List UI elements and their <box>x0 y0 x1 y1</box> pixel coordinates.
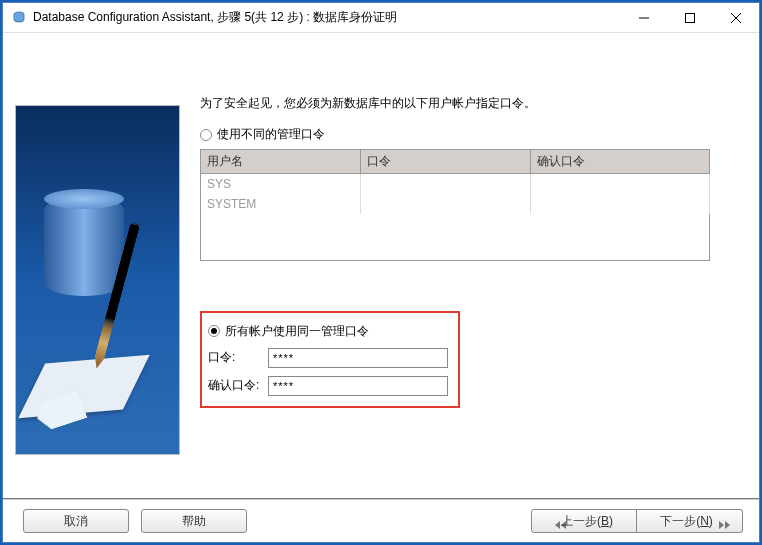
button-label: 帮助 <box>182 513 206 530</box>
help-button[interactable]: 帮助 <box>141 509 247 533</box>
cell-confirm[interactable] <box>531 174 710 195</box>
app-window: Database Configuration Assistant, 步骤 5(共… <box>2 2 760 543</box>
confirm-password-label: 确认口令: <box>208 377 268 394</box>
database-icon <box>44 196 124 296</box>
col-header-user: 用户名 <box>201 150 361 174</box>
password-row: 口令: <box>208 348 448 368</box>
table-row: SYSTEM <box>201 194 710 214</box>
button-label: 下一步(N) <box>660 513 713 530</box>
password-label: 口令: <box>208 349 268 366</box>
minimize-button[interactable] <box>621 3 667 33</box>
button-label: 上一步(B) <box>561 513 613 530</box>
window-title: Database Configuration Assistant, 步骤 5(共… <box>33 9 621 26</box>
table-row: SYS <box>201 174 710 195</box>
confirm-password-row: 确认口令: <box>208 376 448 396</box>
cell-confirm[interactable] <box>531 194 710 214</box>
radio-icon <box>208 325 220 337</box>
wizard-sidebar-image <box>15 105 180 455</box>
cell-password[interactable] <box>361 194 531 214</box>
radio-different-passwords[interactable]: 使用不同的管理口令 <box>200 126 735 143</box>
col-header-confirm: 确认口令 <box>531 150 710 174</box>
app-icon <box>11 10 27 26</box>
cell-password[interactable] <box>361 174 531 195</box>
svg-rect-2 <box>686 13 695 22</box>
radio-icon <box>200 129 212 141</box>
col-header-password: 口令 <box>361 150 531 174</box>
close-button[interactable] <box>713 3 759 33</box>
table-row-empty <box>201 214 710 260</box>
same-password-group: 所有帐户使用同一管理口令 口令: 确认口令: <box>200 311 460 408</box>
radio-same-password[interactable]: 所有帐户使用同一管理口令 <box>208 323 448 340</box>
users-password-table: 用户名 口令 确认口令 SYS SYSTEM <box>200 149 710 261</box>
button-label: 取消 <box>64 513 88 530</box>
wizard-footer: 取消 帮助 上一步(B) 下一步(N) <box>3 498 759 542</box>
cell-user: SYSTEM <box>201 194 361 214</box>
cancel-button[interactable]: 取消 <box>23 509 129 533</box>
radio-label: 使用不同的管理口令 <box>217 126 325 143</box>
window-controls <box>621 3 759 33</box>
confirm-password-input[interactable] <box>268 376 448 396</box>
maximize-button[interactable] <box>667 3 713 33</box>
titlebar: Database Configuration Assistant, 步骤 5(共… <box>3 3 759 33</box>
content-area: 为了安全起见，您必须为新数据库中的以下用户帐户指定口令。 使用不同的管理口令 用… <box>3 33 759 498</box>
back-button[interactable]: 上一步(B) <box>531 509 637 533</box>
radio-label: 所有帐户使用同一管理口令 <box>225 323 369 340</box>
nav-buttons: 上一步(B) 下一步(N) <box>531 509 743 533</box>
instruction-text: 为了安全起见，您必须为新数据库中的以下用户帐户指定口令。 <box>200 95 735 112</box>
main-panel: 为了安全起见，您必须为新数据库中的以下用户帐户指定口令。 使用不同的管理口令 用… <box>200 45 747 486</box>
next-button[interactable]: 下一步(N) <box>637 509 743 533</box>
password-input[interactable] <box>268 348 448 368</box>
cell-user: SYS <box>201 174 361 195</box>
